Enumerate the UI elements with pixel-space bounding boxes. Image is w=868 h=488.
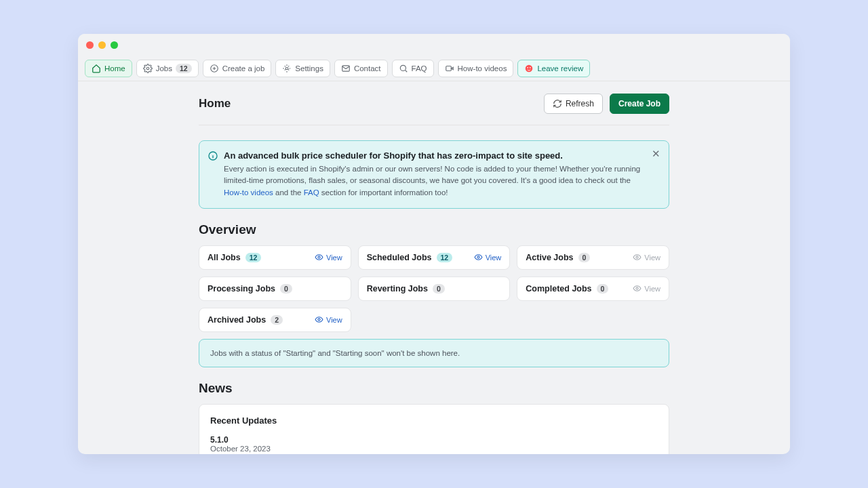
info-banner: ✕ An advanced bulk price scheduler for S… xyxy=(199,140,669,209)
card-count: 0 xyxy=(578,253,591,262)
nav-jobs-count: 12 xyxy=(176,64,192,73)
svg-point-11 xyxy=(477,256,479,258)
card-title: Reverting Jobs xyxy=(367,284,428,293)
svg-point-6 xyxy=(526,64,533,72)
card-archived-jobs: Archived Jobs 2 View xyxy=(199,308,351,332)
svg-point-4 xyxy=(400,65,406,70)
eye-icon xyxy=(633,284,642,293)
view-archived-jobs[interactable]: View xyxy=(315,315,342,324)
svg-point-0 xyxy=(146,67,149,70)
nav-leave-review[interactable]: Leave review xyxy=(517,60,590,77)
gear-small-icon xyxy=(143,64,153,73)
refresh-icon xyxy=(553,99,562,108)
app-window: Home Jobs 12 Create a job Settings Con xyxy=(78,34,790,454)
view-scheduled-jobs[interactable]: View xyxy=(474,253,502,262)
nav-howto[interactable]: How-to videos xyxy=(438,60,514,77)
nav-faq[interactable]: FAQ xyxy=(392,60,434,77)
nav-create-label: Create a job xyxy=(222,64,265,73)
card-active-jobs: Active Jobs 0 View xyxy=(517,245,669,270)
window-zoom-dot[interactable] xyxy=(111,41,118,49)
nav-create-job[interactable]: Create a job xyxy=(203,60,272,77)
window-minimize-dot[interactable] xyxy=(98,41,106,49)
nav-settings[interactable]: Settings xyxy=(275,60,330,77)
banner-link-howto[interactable]: How-to videos xyxy=(224,188,273,197)
card-count: 12 xyxy=(437,253,453,262)
page-title: Home xyxy=(199,97,231,110)
nav-jobs-label: Jobs xyxy=(156,64,172,73)
card-reverting-jobs: Reverting Jobs 0 xyxy=(358,277,511,301)
nav-settings-label: Settings xyxy=(295,64,323,73)
refresh-label: Refresh xyxy=(566,99,594,108)
news-card-heading: Recent Updates xyxy=(210,415,658,426)
overview-heading: Overview xyxy=(199,222,669,237)
svg-point-2 xyxy=(286,67,289,70)
card-count: 12 xyxy=(245,253,262,262)
news-version: 5.1.0 xyxy=(210,435,658,445)
nav-home-label: Home xyxy=(104,64,125,73)
mail-icon xyxy=(341,64,351,73)
plus-circle-icon xyxy=(210,64,219,73)
svg-point-8 xyxy=(530,66,531,68)
view-completed-jobs[interactable]: View xyxy=(633,284,660,293)
card-count: 0 xyxy=(280,284,292,293)
nav-contact-label: Contact xyxy=(354,64,381,73)
news-date: October 23, 2023 xyxy=(210,445,658,453)
home-icon xyxy=(92,64,101,73)
nav-home[interactable]: Home xyxy=(85,60,132,77)
card-count: 2 xyxy=(271,315,283,325)
eye-icon xyxy=(633,253,642,262)
heart-eyes-icon xyxy=(524,64,534,73)
svg-point-7 xyxy=(528,66,529,68)
card-title: Processing Jobs xyxy=(208,284,275,293)
card-title: Archived Jobs xyxy=(208,315,266,325)
svg-point-12 xyxy=(636,256,638,258)
card-completed-jobs: Completed Jobs 0 View xyxy=(517,277,669,301)
card-all-jobs: All Jobs 12 View xyxy=(199,245,351,270)
news-heading: News xyxy=(199,381,669,396)
card-title: Completed Jobs xyxy=(526,284,591,293)
banner-link-faq[interactable]: FAQ xyxy=(304,188,319,197)
refresh-button[interactable]: Refresh xyxy=(544,94,603,114)
content-area: Home Refresh Create Job xyxy=(78,81,790,454)
nav-review-label: Leave review xyxy=(537,64,583,73)
window-titlebar xyxy=(78,34,790,56)
eye-icon xyxy=(474,253,483,262)
banner-title: An advanced bulk price scheduler for Sho… xyxy=(224,150,646,161)
card-title: Active Jobs xyxy=(526,253,573,262)
close-icon: ✕ xyxy=(652,148,660,160)
card-title: Scheduled Jobs xyxy=(367,253,432,262)
nav-contact[interactable]: Contact xyxy=(334,60,388,77)
nav-faq-label: FAQ xyxy=(412,64,427,73)
card-processing-jobs: Processing Jobs 0 xyxy=(199,277,351,301)
page-header: Home Refresh Create Job xyxy=(199,94,669,125)
nav-jobs[interactable]: Jobs 12 xyxy=(136,60,199,77)
news-card: Recent Updates 5.1.0 October 23, 2023 Ad… xyxy=(199,404,669,454)
view-all-jobs[interactable]: View xyxy=(315,253,342,262)
settings-icon xyxy=(282,64,292,73)
banner-body: Every action is executed in Shopify's ad… xyxy=(224,163,646,199)
banner-close-button[interactable]: ✕ xyxy=(650,148,662,160)
eye-icon xyxy=(315,253,323,262)
card-count: 0 xyxy=(433,284,445,293)
search-icon xyxy=(399,64,408,73)
create-job-button[interactable]: Create Job xyxy=(610,94,669,114)
overview-note: Jobs with a status of "Starting" and "St… xyxy=(199,339,669,367)
card-title: All Jobs xyxy=(208,253,241,262)
video-icon xyxy=(445,64,454,73)
window-close-dot[interactable] xyxy=(86,41,94,49)
svg-point-13 xyxy=(636,287,638,289)
view-active-jobs[interactable]: View xyxy=(633,253,660,262)
nav-howto-label: How-to videos xyxy=(458,64,507,73)
card-count: 0 xyxy=(597,284,609,293)
card-scheduled-jobs: Scheduled Jobs 12 View xyxy=(358,245,511,270)
svg-point-14 xyxy=(318,319,320,321)
info-icon xyxy=(208,150,218,161)
create-job-label: Create Job xyxy=(618,99,660,108)
navbar: Home Jobs 12 Create a job Settings Con xyxy=(78,56,790,81)
svg-point-10 xyxy=(318,256,320,258)
svg-rect-5 xyxy=(446,66,451,70)
eye-icon xyxy=(315,315,323,324)
